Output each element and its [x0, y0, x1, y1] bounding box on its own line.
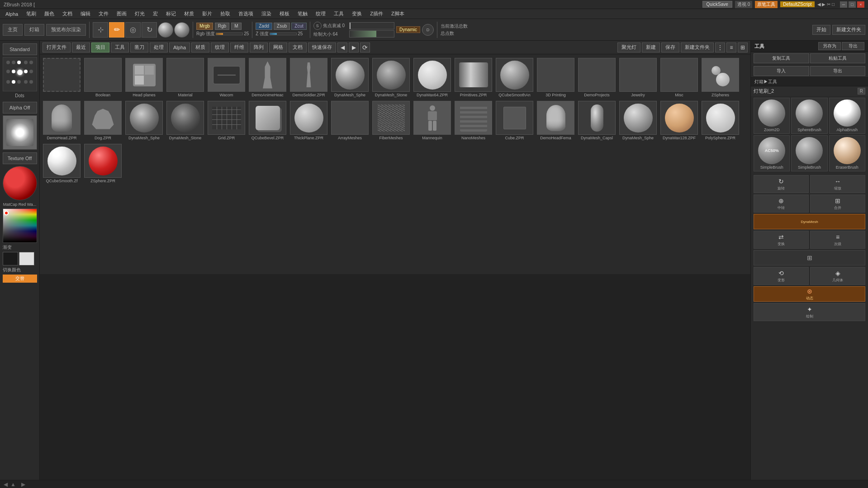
list-item[interactable]: QCubeSmooth.Zf	[43, 143, 81, 184]
focal-dial[interactable]: S	[313, 22, 322, 30]
list-item[interactable]: PolySphere.ZPR	[701, 100, 740, 141]
menu-movie[interactable]: 影片	[199, 9, 216, 18]
list-item[interactable]: DynaWax128.ZPF	[660, 100, 698, 141]
d-dial[interactable]: D	[422, 24, 434, 36]
home-button[interactable]: 主页	[3, 24, 23, 36]
menu-brush[interactable]: 笔刷	[23, 9, 40, 18]
menu-color[interactable]: 颜色	[41, 9, 58, 18]
menu-pick[interactable]: 拾取	[217, 9, 234, 18]
list-item[interactable]: DemoProjects	[578, 57, 616, 98]
view-mode-1[interactable]: ⋮	[715, 43, 725, 52]
chisel-button[interactable]: 凿刀	[130, 43, 148, 52]
mesh-button[interactable]: 网格	[269, 43, 287, 52]
list-item[interactable]	[43, 57, 81, 98]
rgb-button[interactable]: Rgb	[215, 23, 229, 30]
deformation-icon[interactable]: ⟲ 变形	[754, 267, 809, 285]
menu-doc[interactable]: 文档	[59, 9, 76, 18]
list-item[interactable]: ArrayMeshes	[331, 100, 369, 141]
list-item[interactable]: 3D Printing	[536, 57, 575, 98]
list-item[interactable]: Misc	[660, 57, 698, 98]
focal-slider[interactable]	[349, 22, 394, 29]
list-item[interactable]: ZSpheres	[701, 57, 740, 98]
recent-button[interactable]: 最近	[72, 43, 90, 52]
view-mode-2[interactable]: ≡	[726, 43, 736, 52]
zcut-button[interactable]: Zcut	[291, 23, 306, 30]
standard-button[interactable]: Standard	[3, 43, 37, 55]
list-item[interactable]: Wacom	[207, 57, 246, 98]
paint-icon[interactable]: ✦ 绘制	[754, 303, 865, 321]
project-button[interactable]: 项目	[91, 43, 109, 52]
close-button[interactable]: ×	[857, 1, 864, 8]
save-ft-button[interactable]: 保存	[661, 43, 679, 52]
list-item[interactable]: Grid.ZPR	[207, 100, 246, 141]
list-item[interactable]: QCubeSmoothAn	[495, 57, 534, 98]
menu-file[interactable]: 文件	[95, 9, 112, 18]
list-item[interactable]: Material	[166, 57, 204, 98]
menu-draw[interactable]: 图画	[113, 9, 130, 18]
quick-save-ft-button[interactable]: 快速保存	[308, 43, 336, 52]
draw-size-slider[interactable]	[349, 30, 394, 38]
m-button[interactable]: M	[231, 23, 241, 30]
list-item[interactable]: DynaWax64.ZPR	[413, 57, 451, 98]
list-item[interactable]: FiberMeshes	[372, 100, 410, 141]
list-item[interactable]: NanoMeshes	[454, 100, 493, 141]
list-item[interactable]: Boolean	[84, 57, 122, 98]
menu-material[interactable]: 材质	[180, 9, 198, 18]
copy-tool-button[interactable]: 复制工具	[754, 53, 809, 63]
menu-template[interactable]: 模板	[276, 9, 293, 18]
list-item[interactable]: ZSphere.ZPR	[84, 143, 122, 184]
minimize-button[interactable]: ─	[840, 1, 847, 8]
rgb-intensity-slider[interactable]	[216, 33, 243, 35]
geometry-icon[interactable]: ◈ 几何体	[810, 267, 865, 285]
doc-ft-button[interactable]: 文档	[289, 43, 307, 52]
new-btn[interactable]: 新建	[642, 43, 660, 52]
menu-zscript[interactable]: Z脚本	[388, 9, 408, 18]
menu-transform[interactable]: 变换	[348, 9, 365, 18]
smooth-icon-btn[interactable]: ◎	[125, 22, 141, 38]
preview-bool-button[interactable]: 预览布尔渲染	[46, 24, 86, 36]
middle-tool-icon[interactable]: ⊕ 中转	[754, 194, 809, 213]
menu-mark[interactable]: 标记	[162, 9, 180, 18]
list-item[interactable]: DynaMesh_Capsl	[578, 100, 616, 141]
color-gradient-box[interactable]	[3, 208, 37, 243]
alpha-ft-button[interactable]: Alpha	[169, 43, 190, 52]
next-button[interactable]: ▶	[349, 43, 359, 52]
menu-stroke[interactable]: 笔触	[294, 9, 311, 18]
quicksave-button[interactable]: QuickSave	[702, 1, 732, 8]
list-item[interactable]: Head planes	[125, 57, 163, 98]
menu-zplugin[interactable]: Z插件	[366, 9, 387, 18]
new-folder-button[interactable]: 新建文件夹	[832, 25, 865, 35]
list-item[interactable]: DemoHead.ZPR	[43, 100, 81, 141]
list-item[interactable]: DemoSoldier.ZPR	[289, 57, 328, 98]
grid-tool-icon[interactable]: ⊞	[754, 250, 865, 265]
simplebrush2-item[interactable]: SimpleBrush	[791, 135, 827, 171]
alpha-preview[interactable]	[3, 115, 37, 150]
render-icon-btn[interactable]	[174, 22, 190, 38]
spherebrush-item[interactable]: SphereBrush	[791, 98, 827, 134]
list-item[interactable]: DynaMesh_Sphe	[619, 100, 657, 141]
menu-light[interactable]: 灯光	[131, 9, 148, 18]
list-item[interactable]: ThickPlane.ZPR	[289, 100, 328, 141]
paste-tool-button[interactable]: 粘贴工具	[810, 53, 866, 63]
alpha-off-button[interactable]: Alpha Off	[3, 102, 37, 114]
eraserbrush-item[interactable]: EraserBrush	[829, 135, 865, 171]
list-item[interactable]: Mannequin	[413, 100, 451, 141]
rotate-icon-btn[interactable]: ↻	[142, 22, 157, 38]
zoom2d-area[interactable]: Zoom2D	[754, 98, 790, 134]
list-item[interactable]: DynaMesh_Stone	[166, 100, 204, 141]
lightbox-button[interactable]: 灯箱	[24, 24, 44, 36]
highlight-button[interactable]: 聚光灯	[617, 43, 640, 52]
dynamo-bottom-icon[interactable]: ⊛ 动态	[754, 286, 865, 302]
array-button[interactable]: 阵列	[250, 43, 268, 52]
maximize-button[interactable]: □	[849, 1, 856, 8]
tool-button[interactable]: 工具	[111, 43, 129, 52]
ac50-area[interactable]: AC50% SimpleBrush	[754, 135, 790, 171]
new-folder-ft-button[interactable]: 新建文件夹	[681, 43, 714, 52]
scale-tool-icon[interactable]: ↔ 缩放	[810, 175, 865, 193]
texture-ft-button[interactable]: 纹理	[211, 43, 229, 52]
refresh-button[interactable]: ⟳	[360, 43, 370, 52]
menu-pref[interactable]: 首选项	[235, 9, 257, 18]
fiber-button[interactable]: 纤维	[230, 43, 248, 52]
list-item[interactable]: Cube.ZPR	[495, 100, 534, 141]
light-swatch[interactable]	[19, 252, 34, 265]
